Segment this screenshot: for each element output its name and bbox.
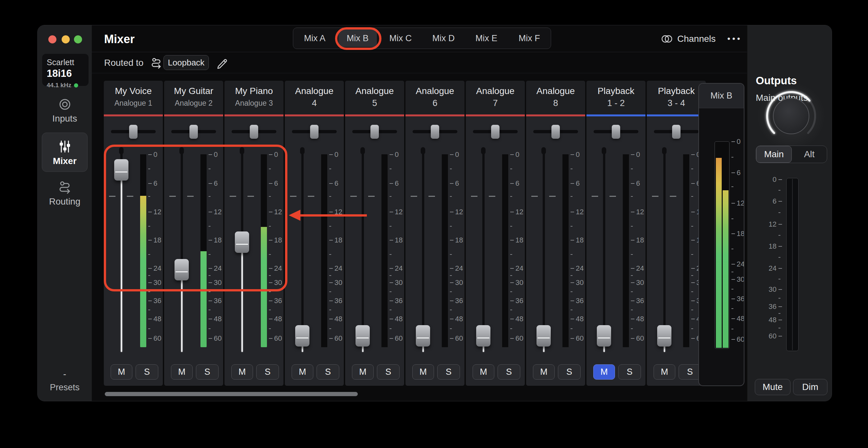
tab-mix-d[interactable]: Mix D bbox=[422, 28, 465, 49]
channel-header[interactable]: Analogue 6 bbox=[405, 81, 464, 115]
pan-slider-handle[interactable] bbox=[129, 125, 137, 139]
fader-handle[interactable] bbox=[295, 325, 309, 347]
inputs-icon bbox=[38, 98, 92, 111]
channel-mute-button[interactable]: M bbox=[352, 364, 374, 380]
output-volume-knob[interactable] bbox=[759, 84, 824, 149]
db-tick-mark bbox=[450, 168, 452, 169]
channel-accent-bar bbox=[466, 115, 525, 116]
channel-solo-button[interactable]: S bbox=[135, 364, 158, 380]
fader-track[interactable] bbox=[181, 150, 183, 270]
fader-track[interactable] bbox=[362, 150, 364, 336]
edit-routing-pencil-icon[interactable] bbox=[216, 57, 228, 69]
channel-mute-button[interactable]: M bbox=[291, 364, 313, 380]
tab-mix-c[interactable]: Mix C bbox=[379, 28, 422, 49]
fader-handle[interactable] bbox=[235, 231, 249, 253]
fader-track[interactable] bbox=[542, 150, 545, 336]
channels-button[interactable]: Channels bbox=[661, 30, 716, 47]
sidebar-item-routing[interactable]: Routing bbox=[38, 180, 92, 207]
fader-track[interactable] bbox=[422, 150, 424, 336]
channel-solo-button[interactable]: S bbox=[498, 364, 520, 380]
fader-track[interactable] bbox=[482, 150, 485, 336]
pan-slider-handle[interactable] bbox=[491, 125, 499, 139]
pan-slider-handle[interactable] bbox=[370, 125, 379, 139]
channel-header[interactable]: Playback 1 - 2 bbox=[586, 81, 646, 115]
channel-mute-button[interactable]: M bbox=[593, 364, 615, 380]
fader-handle[interactable] bbox=[355, 325, 370, 347]
channel-solo-button[interactable]: S bbox=[317, 364, 339, 380]
db-tick-label: 18 bbox=[737, 229, 744, 238]
db-tick-mark bbox=[209, 282, 212, 283]
sidebar-item-mixer[interactable]: Mixer bbox=[42, 133, 88, 172]
channel-mute-button[interactable]: M bbox=[111, 364, 132, 380]
presets-button[interactable]: - Presets bbox=[38, 369, 92, 392]
channel-mute-button[interactable]: M bbox=[412, 364, 434, 380]
tab-mix-e[interactable]: Mix E bbox=[465, 28, 508, 49]
monitor-alt-button[interactable]: Alt bbox=[792, 146, 827, 163]
channel-mute-button[interactable]: M bbox=[654, 364, 675, 380]
pan-slider-handle[interactable] bbox=[250, 125, 258, 139]
fader-track-filled[interactable] bbox=[241, 242, 243, 352]
channel-solo-button[interactable]: S bbox=[679, 364, 701, 380]
channel-solo-button[interactable]: S bbox=[437, 364, 460, 380]
tab-mix-a[interactable]: Mix A bbox=[293, 28, 336, 49]
pan-slider-handle[interactable] bbox=[612, 125, 620, 139]
pan-slider-handle[interactable] bbox=[189, 125, 198, 139]
pan-slider-handle[interactable] bbox=[310, 125, 318, 139]
db-tick-mark bbox=[209, 226, 211, 227]
channel-mute-button[interactable]: M bbox=[473, 364, 494, 380]
fader-track[interactable] bbox=[301, 150, 304, 336]
channel-header[interactable]: Analogue 5 bbox=[345, 81, 404, 115]
db-tick-label: 36 bbox=[737, 295, 744, 303]
fader-handle[interactable] bbox=[536, 325, 551, 347]
channel-solo-button[interactable]: S bbox=[377, 364, 400, 380]
fader-handle[interactable] bbox=[597, 325, 611, 347]
routed-destination-chip[interactable]: Loopback bbox=[163, 55, 209, 70]
channel-header[interactable]: Analogue 8 bbox=[526, 81, 585, 115]
channel-header[interactable]: Analogue 4 bbox=[285, 81, 344, 115]
channel-mute-button[interactable]: M bbox=[231, 364, 253, 380]
channel-header[interactable]: My Voice Analogue 1 bbox=[104, 81, 163, 115]
more-button[interactable]: ••• bbox=[725, 30, 744, 47]
db-tick-label: 12 bbox=[636, 208, 644, 216]
fader-handle[interactable] bbox=[175, 259, 189, 280]
monitor-main-button[interactable]: Main bbox=[756, 146, 792, 163]
mute-button[interactable]: Mute bbox=[755, 379, 790, 395]
window-close-button[interactable] bbox=[48, 35, 56, 43]
fader-handle[interactable] bbox=[657, 325, 672, 347]
db-tick-mark bbox=[390, 183, 393, 184]
channel-header[interactable]: Playback 3 - 4 bbox=[647, 81, 706, 115]
fader-track[interactable] bbox=[603, 150, 605, 336]
channel-meter bbox=[321, 154, 327, 347]
db-tick-mark bbox=[390, 338, 393, 339]
channel-header[interactable]: Analogue 7 bbox=[466, 81, 525, 115]
fader-track[interactable] bbox=[663, 150, 665, 336]
pan-slider-handle[interactable] bbox=[551, 125, 560, 139]
db-tick-label: 12 bbox=[153, 208, 161, 216]
tab-mix-b[interactable]: Mix B bbox=[336, 28, 379, 49]
channel-solo-button[interactable]: S bbox=[196, 364, 219, 380]
fader-unity-mark bbox=[350, 196, 357, 197]
channel-mute-button[interactable]: M bbox=[533, 364, 555, 380]
channel-mute-button[interactable]: M bbox=[171, 364, 193, 380]
window-minimize-button[interactable] bbox=[62, 35, 70, 43]
fader-handle[interactable] bbox=[114, 159, 128, 181]
channel-header[interactable]: My Guitar Analogue 2 bbox=[164, 81, 223, 115]
db-tick-mark bbox=[269, 291, 271, 292]
dim-button[interactable]: Dim bbox=[793, 379, 828, 395]
channel-solo-button[interactable]: S bbox=[558, 364, 581, 380]
fader-track[interactable] bbox=[241, 150, 243, 242]
device-badge[interactable]: Scarlett 18i16 44.1 kHz bbox=[42, 54, 89, 86]
channel-header[interactable]: My Piano Analogue 3 bbox=[224, 81, 283, 115]
channel-solo-button[interactable]: S bbox=[618, 364, 641, 380]
window-zoom-button[interactable] bbox=[74, 35, 82, 43]
horizontal-scrollbar[interactable] bbox=[105, 392, 358, 396]
fader-track-filled[interactable] bbox=[121, 170, 122, 352]
sidebar-item-inputs[interactable]: Inputs bbox=[38, 98, 92, 124]
pan-slider-handle[interactable] bbox=[431, 125, 439, 139]
channel-solo-button[interactable]: S bbox=[256, 364, 279, 380]
fader-handle[interactable] bbox=[476, 325, 490, 347]
tab-mix-f[interactable]: Mix F bbox=[508, 28, 551, 49]
fader-track-filled[interactable] bbox=[181, 270, 183, 352]
pan-slider-handle[interactable] bbox=[672, 125, 681, 139]
fader-handle[interactable] bbox=[416, 325, 430, 347]
